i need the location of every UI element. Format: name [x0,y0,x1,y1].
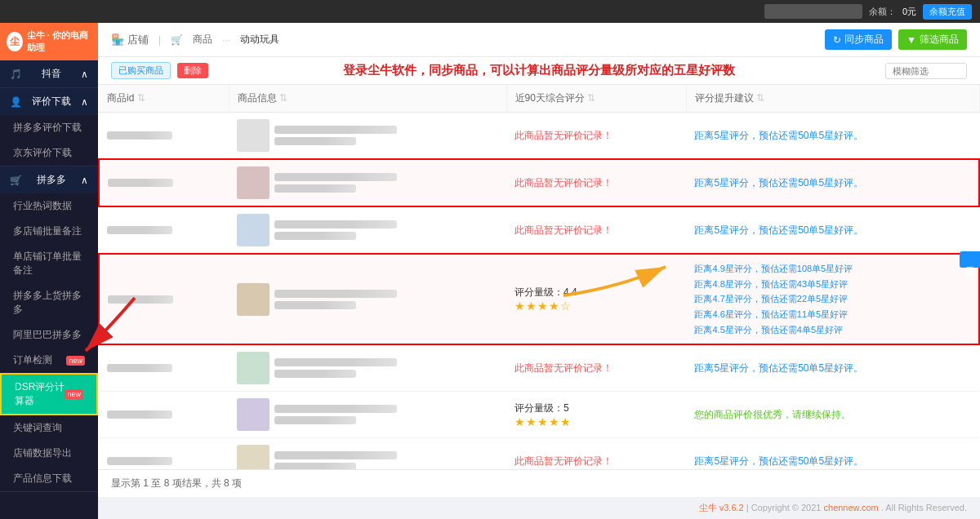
store-label: 店铺 [127,33,149,47]
suggestion-text: 距离5星评分，预估还需50单5星好评。 [694,362,863,374]
blurred-id [107,457,172,465]
sidebar-item-store-export[interactable]: 店铺数据导出 [0,441,98,466]
blurred-id [107,364,172,372]
col-product-info: 商品信息 ⇅ [229,85,506,113]
sidebar-group-douyin-label: 抖音 [42,67,61,81]
copyright-bar: 尘牛 v3.6.2 | Copyright © 2021 chennew.com… [98,497,980,519]
product-info-cell [229,206,506,254]
product-id-cell [99,206,229,254]
site-link[interactable]: chennew.com [824,503,879,512]
score-level: 评分量级：5 ★★★★★ [514,401,678,428]
breadcrumb-dot: ··· [222,34,230,46]
sidebar-logo: 尘 尘牛 · 你的电商助理 [0,23,98,60]
breadcrumb-product-name: 动动玩具 [240,33,279,47]
blurred-title [274,405,397,413]
sidebar-section-pdd: 🛒 拼多多 ∧ 行业热词数据 多店铺批量备注 单店铺订单批量备注 拼多多上货拼多… [0,166,98,492]
sidebar-item-single-store[interactable]: 单店铺订单批量备注 [0,244,98,283]
chevron-icon: ∧ [81,69,88,80]
new-badge-dsr: new [65,389,83,399]
col-score: 近90天综合评分 ⇅ [506,85,686,113]
sidebar-item-multi-store[interactable]: 多店铺批量备注 [0,219,98,244]
filter-label: 筛选商品 [920,33,959,47]
suggestion-cell: 距离4.9星评分，预估还需108单5星好评 距离4.8星评分，预估还需43单5星… [686,254,979,344]
product-thumbnail [237,445,270,469]
score-level-text: 评分量级：5 [514,402,569,414]
filter-products-button[interactable]: ▼ 筛选商品 [898,29,967,50]
store-badge: 🏪 店铺 [111,33,149,47]
sidebar-item-ali-pdd[interactable]: 阿里巴巴拼多多 [0,322,98,348]
sidebar-item-upload-pdd[interactable]: 拼多多上货拼多多 [0,283,98,322]
filter-bar: 已购买商品 删除 登录尘牛软件，同步商品，可以计算出商品评分量级所对应的五星好评… [98,57,980,85]
score-level: 评分量级：4.4 ★★★★☆ [514,286,678,313]
sidebar-group-reviews-icon: 👤 [10,96,22,108]
top-bar-input[interactable] [764,4,862,19]
product-thumbnail [237,166,270,199]
blurred-subtitle [274,301,356,309]
sidebar-item-jd-reviews[interactable]: 京东评价下载 [0,140,98,166]
sync-label: 同步商品 [844,33,884,47]
sidebar-item-product-download[interactable]: 产品信息下载 [0,466,98,491]
product-info-cell [229,344,506,392]
product-info-cell [229,159,506,206]
header-actions: ↻ 同步商品 ▼ 筛选商品 [825,29,967,50]
suggestion-good-text: 您的商品评价很优秀，请继续保持。 [694,409,851,420]
sidebar: 尘 尘牛 · 你的电商助理 🎵 抖音 ∧ 👤 评价下载 ∧ 拼多多评价下载 京东… [0,23,98,519]
table-row: 评分量级：5 ★★★★★ 您的商品评价很优秀，请继续保持。 [99,392,979,438]
product-thumbnail [237,119,270,152]
table-pagination-text: 显示第 1 至 8 项结果，共 8 项 [111,477,242,489]
filter-delete-button[interactable]: 删除 [177,63,208,78]
sync-products-button[interactable]: ↻ 同步商品 [825,29,892,50]
filter-search-input[interactable] [885,63,967,79]
blurred-subtitle [274,416,356,424]
score-cell: 此商品暂无评价记录！ [506,344,686,392]
sidebar-item-order-detect[interactable]: 订单检测 new [0,348,98,373]
recharge-button[interactable]: 余额充值 [923,4,972,20]
table-footer: 显示第 1 至 8 项结果，共 8 项 [98,469,980,497]
blurred-subtitle [274,463,356,469]
sidebar-section-douyin: 🎵 抖音 ∧ [0,60,98,88]
product-info-cell [229,438,506,469]
sidebar-item-dsr[interactable]: DSR评分计算器 new [0,373,98,415]
blurred-id [108,179,173,187]
suggestion-text: 距离5星评分，预估还需50单5星好评。 [694,177,863,189]
filter-right [885,63,967,79]
logo-icon: 尘 [7,32,23,51]
sidebar-item-pdd-reviews[interactable]: 拼多多评价下载 [0,115,98,140]
breadcrumb-cart-icon: 🛒 [171,34,183,46]
top-bar: 余额： 0元 余额充值 [0,0,980,23]
product-id-cell [99,254,229,344]
sidebar-item-keyword[interactable]: 关键词查询 [0,415,98,441]
product-thumbnail [237,352,270,384]
suggestion-text: 距离5星评分，预估还需50单5星好评。 [694,130,863,141]
blurred-id [107,226,172,234]
no-record-text: 此商品暂无评价记录！ [514,130,612,141]
filter-icon: ▼ [906,34,916,46]
sidebar-group-pdd[interactable]: 🛒 拼多多 ∧ [0,166,98,193]
suggestion-cell: 您的商品评价很优秀，请继续保持。 [686,392,979,438]
chevron-reviews-icon: ∧ [81,96,88,108]
products-table: 商品id ⇅ 商品信息 ⇅ 近90天综合评分 ⇅ 评分提升建议 ⇅ [98,85,980,469]
sidebar-item-dsr-label: DSR评分计算器 [15,380,65,408]
blurred-subtitle [274,184,356,193]
content-area: 🏪 店铺 | 🛒 商品 ··· 动动玩具 ↻ 同步商品 ▼ 筛选商品 已购买商品 [98,23,980,519]
sidebar-group-reviews[interactable]: 👤 评价下载 ∧ [0,88,98,115]
no-record-text: 此商品暂无评价记录！ [514,177,612,189]
suggestion-text: 距离5星评分，预估还需50单5星好评。 [694,455,863,467]
table-row: 此商品暂无评价记录！ 距离5星评分，预估还需50单5星好评。 [99,438,979,469]
product-thumbnail [237,283,270,316]
sidebar-group-douyin[interactable]: 🎵 抖音 ∧ [0,60,98,87]
sync-icon: ↻ [833,34,841,46]
product-thumbnail [237,398,270,431]
product-info-cell [229,254,506,344]
table-header-row: 商品id ⇅ 商品信息 ⇅ 近90天综合评分 ⇅ 评分提升建议 ⇅ [99,85,979,113]
score-cell: 评分量级：4.4 ★★★★☆ [506,254,686,344]
breadcrumb-sep1: | [158,34,161,46]
sidebar-item-order-detect-label: 订单检测 [13,353,52,367]
float-online-service-button[interactable]: 在线客服 [960,251,980,268]
product-info-cell [229,113,506,160]
sidebar-section-reviews: 👤 评价下载 ∧ 拼多多评价下载 京东评价下载 [0,88,98,166]
store-icon: 🏪 [111,33,124,46]
sidebar-group-pdd-icon: 🛒 [10,175,22,186]
sidebar-item-industry[interactable]: 行业热词数据 [0,193,98,219]
suggestion-cell: 距离5星评分，预估还需50单5星好评。 [686,113,979,160]
